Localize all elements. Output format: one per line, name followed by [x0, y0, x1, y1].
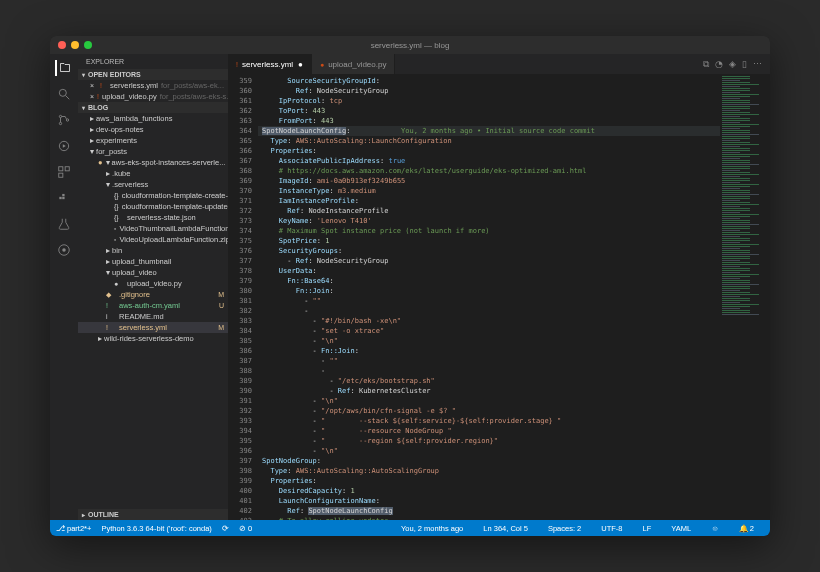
split-icon[interactable]: ▯ — [742, 59, 747, 69]
svg-point-0 — [59, 89, 66, 96]
outline-header[interactable]: ▸ OUTLINE — [78, 509, 228, 520]
chevron-right-icon: ▸ — [82, 511, 85, 518]
svg-point-4 — [66, 119, 68, 121]
folder-item[interactable]: ▸ dev-ops-notes — [78, 124, 228, 135]
titlebar: serverless.yml — blog — [50, 36, 770, 54]
folder-item[interactable]: ▾ upload_video — [78, 267, 228, 278]
window-title: serverless.yml — blog — [371, 41, 450, 50]
line-gutter: 3593603613623633643653663673683693703713… — [228, 74, 258, 520]
indentation[interactable]: Spaces: 2 — [548, 524, 581, 533]
folder-item[interactable]: ▾ for_posts — [78, 146, 228, 157]
editor-body[interactable]: 3593603613623633643653663673683693703713… — [228, 74, 770, 520]
explorer-icon[interactable] — [55, 60, 71, 76]
folder-item[interactable]: ▸ .kube — [78, 168, 228, 179]
extensions-icon[interactable] — [56, 164, 72, 180]
open-editors-list: ×!serverless.yml for_posts/aws-ek...×!up… — [78, 80, 228, 102]
encoding[interactable]: UTF-8 — [601, 524, 622, 533]
status-bar: ⎇ part2*+ Python 3.6.3 64-bit ('root': c… — [50, 520, 770, 536]
debug-icon[interactable] — [56, 138, 72, 154]
docker-icon[interactable] — [56, 190, 72, 206]
svg-line-1 — [66, 96, 70, 100]
tab-actions: ⧉ ◔ ◈ ▯ ⋯ — [695, 54, 770, 74]
svg-rect-8 — [59, 173, 63, 177]
main-body: EXPLORER ▾ OPEN EDITORS ×!serverless.yml… — [50, 54, 770, 520]
minimize-window[interactable] — [71, 41, 79, 49]
history-icon[interactable]: ◔ — [715, 59, 723, 69]
file-item[interactable]: ◆.gitignoreM — [78, 289, 228, 300]
more-icon[interactable]: ⋯ — [753, 59, 762, 69]
file-tree: ▸ aws_lambda_functions▸ dev-ops-notes▸ e… — [78, 113, 228, 509]
file-item[interactable]: {}cloudformation-template-create-... — [78, 190, 228, 201]
traffic-lights — [58, 41, 92, 49]
file-item[interactable]: ●upload_video.py — [78, 278, 228, 289]
open-editors-header[interactable]: ▾ OPEN EDITORS — [78, 69, 228, 80]
tab-bar: !serverless.yml●●upload_video.py ⧉ ◔ ◈ ▯… — [228, 54, 770, 74]
folder-item[interactable]: ▸ aws_lambda_functions — [78, 113, 228, 124]
sync-icon[interactable]: ⟳ — [222, 524, 229, 533]
folder-item[interactable]: ▸ experiments — [78, 135, 228, 146]
minimap[interactable] — [720, 74, 770, 520]
file-item[interactable]: {}serverless-state.json — [78, 212, 228, 223]
compare-icon[interactable]: ⧉ — [703, 59, 709, 70]
close-window[interactable] — [58, 41, 66, 49]
notifications[interactable]: 🔔 2 — [739, 524, 754, 533]
eol[interactable]: LF — [643, 524, 652, 533]
svg-point-13 — [62, 248, 66, 252]
svg-point-3 — [59, 122, 61, 124]
folder-item[interactable]: ▸ upload_thumbnail — [78, 256, 228, 267]
folder-item[interactable]: ▾ .serverless — [78, 179, 228, 190]
feedback-icon[interactable]: ☺ — [711, 524, 719, 533]
folder-item[interactable]: ▸ bin — [78, 245, 228, 256]
file-item[interactable]: ▫VideoUploadLambdaFunction.zip — [78, 234, 228, 245]
source-control-icon[interactable] — [56, 112, 72, 128]
activity-bar — [50, 54, 78, 520]
open-editor-item[interactable]: ×!upload_video.py for_posts/aws-eks-s... — [78, 91, 228, 102]
editor-area: !serverless.yml●●upload_video.py ⧉ ◔ ◈ ▯… — [228, 54, 770, 520]
code-content[interactable]: SourceSecurityGroupId: Ref: NodeSecurity… — [258, 74, 720, 520]
file-item[interactable]: !serverless.ymlM — [78, 322, 228, 333]
test-icon[interactable] — [56, 216, 72, 232]
file-item[interactable]: ▫VideoThumbnailLambdaFunction... — [78, 223, 228, 234]
language-mode[interactable]: YAML — [671, 524, 691, 533]
file-item[interactable]: !aws-auth-cm.yamlU — [78, 300, 228, 311]
svg-rect-6 — [59, 167, 63, 171]
folder-item[interactable]: ●▾ aws-eks-spot-instances-serverle... — [78, 157, 228, 168]
git-blame[interactable]: You, 2 months ago — [401, 524, 463, 533]
editor-tab[interactable]: !serverless.yml● — [228, 54, 312, 74]
open-editor-item[interactable]: ×!serverless.yml for_posts/aws-ek... — [78, 80, 228, 91]
cursor-position[interactable]: Ln 364, Col 5 — [483, 524, 528, 533]
gitlens-icon[interactable] — [56, 242, 72, 258]
sidebar: EXPLORER ▾ OPEN EDITORS ×!serverless.yml… — [78, 54, 228, 520]
preview-icon[interactable]: ◈ — [729, 59, 736, 69]
svg-rect-9 — [59, 197, 61, 199]
file-item[interactable]: {}cloudformation-template-update-... — [78, 201, 228, 212]
svg-rect-11 — [62, 194, 64, 196]
errors-icon[interactable]: ⊘ 0 — [239, 524, 252, 533]
chevron-down-icon: ▾ — [82, 104, 85, 111]
project-header[interactable]: ▾ BLOG — [78, 102, 228, 113]
python-env[interactable]: Python 3.6.3 64-bit ('root': conda) — [101, 524, 211, 533]
chevron-down-icon: ▾ — [82, 71, 85, 78]
search-icon[interactable] — [56, 86, 72, 102]
svg-rect-10 — [62, 197, 64, 199]
git-branch[interactable]: ⎇ part2*+ — [56, 524, 91, 533]
sidebar-title: EXPLORER — [78, 54, 228, 69]
folder-item[interactable]: ▸ wild-rides-serverless-demo — [78, 333, 228, 344]
vscode-window: serverless.yml — blog EXPLORER ▾ OPEN ED… — [50, 36, 770, 536]
svg-rect-7 — [65, 167, 69, 171]
file-item[interactable]: iREADME.md — [78, 311, 228, 322]
editor-tab[interactable]: ●upload_video.py — [312, 54, 396, 74]
svg-point-2 — [59, 115, 61, 117]
maximize-window[interactable] — [84, 41, 92, 49]
